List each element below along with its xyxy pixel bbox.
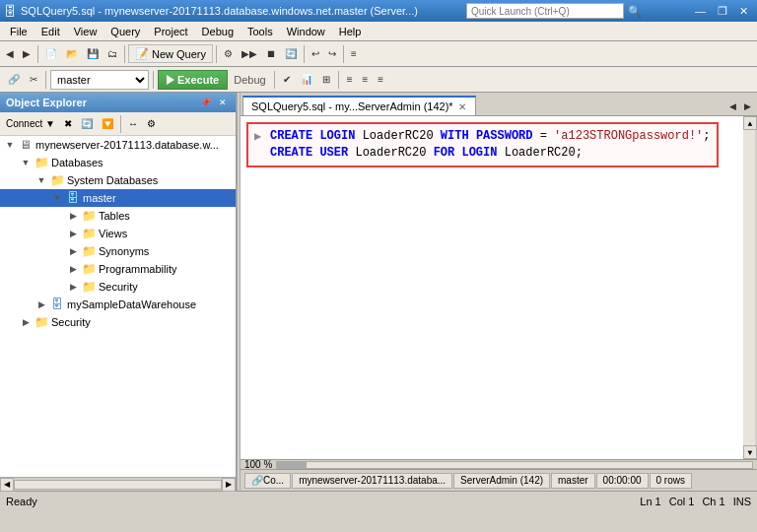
menu-debug[interactable]: Debug — [196, 24, 240, 39]
synonyms-expand-icon[interactable]: ▶ — [65, 243, 81, 259]
oe-tree: ▼ 🖥 mynewserver-20171113.database.w... ▼… — [0, 136, 236, 477]
tables-expand-icon[interactable]: ▶ — [65, 208, 81, 224]
tree-synonyms[interactable]: ▶ 📁 Synonyms — [0, 242, 236, 260]
menu-tools[interactable]: Tools — [241, 24, 279, 39]
ready-label: Ready — [6, 496, 37, 507]
kw-with: WITH — [441, 129, 469, 144]
status-bar: Ready Ln 1 Col 1 Ch 1 INS — [0, 491, 757, 510]
oe-pin-button[interactable]: 📌 — [197, 95, 214, 110]
oe-scroll-right[interactable]: ▶ — [222, 478, 236, 492]
tab-left-scroll[interactable]: ◀ — [725, 98, 740, 115]
tree-programmability[interactable]: ▶ 📁 Programmability — [0, 260, 236, 278]
tree-master[interactable]: ▼ 🗄 master — [0, 189, 236, 207]
tree-security-sub[interactable]: ▶ 📁 Security — [0, 278, 236, 296]
save-button[interactable]: 💾 — [83, 43, 103, 65]
menu-window[interactable]: Window — [281, 24, 331, 39]
oe-scroll-left[interactable]: ◀ — [0, 478, 14, 492]
hscroll-thumb[interactable] — [277, 462, 307, 468]
vscroll-track[interactable] — [743, 130, 755, 445]
tree-server[interactable]: ▼ 🖥 mynewserver-20171113.database.w... — [0, 136, 236, 154]
menu-file[interactable]: File — [4, 24, 34, 39]
menu-query[interactable]: Query — [104, 24, 146, 39]
master-expand-icon[interactable]: ▼ — [49, 190, 65, 206]
tb-btn-3[interactable]: ⏹ — [262, 43, 280, 65]
sec-top-folder-icon: 📁 — [34, 315, 49, 329]
sysdb-expand-icon[interactable]: ▼ — [34, 172, 49, 188]
databases-expand-icon[interactable]: ▼ — [18, 155, 34, 170]
sec-sub-folder-icon: 📁 — [81, 280, 97, 294]
refresh-oe-button[interactable]: 🔄 — [77, 114, 97, 134]
sample-expand-icon[interactable]: ▶ — [34, 297, 49, 312]
hscroll-track[interactable] — [276, 461, 753, 469]
new-file-button[interactable]: 📄 — [41, 43, 61, 65]
save-all-button[interactable]: 🗂 — [103, 43, 121, 65]
tab-right-scroll[interactable]: ▶ — [740, 98, 755, 115]
tree-security-top[interactable]: ▶ 📁 Security — [0, 313, 236, 331]
new-query-button[interactable]: 📝 New Query — [128, 44, 213, 63]
server-status: mynewserver-20171113.databa... — [292, 473, 452, 489]
minimize-button[interactable]: — — [690, 3, 711, 19]
server-expand-icon[interactable]: ▼ — [2, 137, 18, 153]
line-arrow-1: ▶ — [254, 129, 266, 144]
menu-project[interactable]: Project — [148, 24, 193, 39]
execute-button[interactable]: Execute — [158, 70, 228, 90]
views-folder-icon: 📁 — [81, 227, 97, 240]
open-button[interactable]: 📂 — [62, 43, 82, 65]
tb-btn-2[interactable]: ▶▶ — [238, 43, 261, 65]
tb2-results[interactable]: 📊 — [297, 69, 316, 91]
oe-title: Object Explorer — [6, 97, 87, 108]
tb2-extra3[interactable]: ≡ — [374, 69, 387, 91]
tree-databases[interactable]: ▼ 📁 Databases — [0, 154, 236, 171]
menu-help[interactable]: Help — [333, 24, 368, 39]
close-button[interactable]: ✕ — [734, 3, 753, 19]
tb2-btn1[interactable]: 🔗 — [4, 69, 24, 91]
tb-extra[interactable]: ≡ — [347, 43, 361, 65]
vscroll-down[interactable]: ▼ — [743, 445, 757, 459]
undo-button[interactable]: ↩ — [308, 43, 323, 65]
tb2-grid[interactable]: ⊞ — [318, 69, 334, 91]
security-top-label: Security — [49, 316, 91, 328]
oe-hscroll-track[interactable] — [14, 480, 222, 490]
vscroll-bar: ▲ ▼ — [743, 116, 757, 459]
tb2-btn2[interactable]: ✂ — [26, 69, 41, 91]
database-selector[interactable]: master — [50, 70, 149, 90]
redo-button[interactable]: ↪ — [324, 43, 340, 65]
app-logo: 🗄 — [4, 4, 17, 19]
tb-btn-1[interactable]: ⚙ — [220, 43, 237, 65]
views-expand-icon[interactable]: ▶ — [65, 226, 81, 241]
separator7 — [153, 71, 154, 89]
restore-button[interactable]: ❐ — [713, 3, 732, 19]
tab-close-button[interactable]: ✕ — [457, 101, 467, 112]
tb2-extra1[interactable]: ≡ — [343, 69, 357, 91]
title-bar-text: 🗄 SQLQuery5.sql - mynewserver-20171113.d… — [4, 4, 418, 19]
title-bar-controls: — ❐ ✕ — [690, 3, 753, 19]
forward-button[interactable]: ▶ — [19, 43, 34, 65]
tree-sample-dw[interactable]: ▶ 🗄 mySampleDataWarehouse — [0, 296, 236, 313]
separator4 — [304, 45, 305, 63]
editor-area[interactable]: ▶ CREATE LOGIN LoaderRC20 WITH PASSWORD … — [241, 116, 757, 459]
prog-expand-icon[interactable]: ▶ — [65, 261, 81, 277]
menu-view[interactable]: View — [68, 24, 103, 39]
connect-button[interactable]: Connect ▼ — [2, 114, 59, 134]
quick-launch-input[interactable] — [466, 3, 624, 19]
parse-button[interactable]: ✔ — [279, 69, 295, 91]
disconnect-button[interactable]: ✖ — [60, 114, 76, 134]
sec-top-expand-icon[interactable]: ▶ — [18, 314, 34, 330]
menu-edit[interactable]: Edit — [35, 24, 66, 39]
tb-btn-4[interactable]: 🔄 — [281, 43, 301, 65]
semi-1: ; — [703, 129, 710, 144]
tree-views[interactable]: ▶ 📁 Views — [0, 225, 236, 242]
query-tab[interactable]: SQLQuery5.sql - my...ServerAdmin (142)* … — [242, 96, 476, 115]
filter-button[interactable]: 🔽 — [98, 114, 117, 134]
tb2-extra2[interactable]: ≡ — [358, 69, 372, 91]
oe-close-button[interactable]: ✕ — [216, 95, 230, 110]
sec-sub-expand-icon[interactable]: ▶ — [65, 279, 81, 295]
tree-tables[interactable]: ▶ 📁 Tables — [0, 207, 236, 225]
vscroll-up[interactable]: ▲ — [743, 116, 757, 130]
back-button[interactable]: ◀ — [2, 43, 18, 65]
oe-options-button[interactable]: ⚙ — [143, 114, 160, 134]
sample-db-icon: 🗄 — [49, 298, 65, 311]
sync-button[interactable]: ↔ — [124, 114, 142, 134]
tree-system-databases[interactable]: ▼ 📁 System Databases — [0, 171, 236, 189]
user-status: ServerAdmin (142) — [453, 473, 550, 489]
